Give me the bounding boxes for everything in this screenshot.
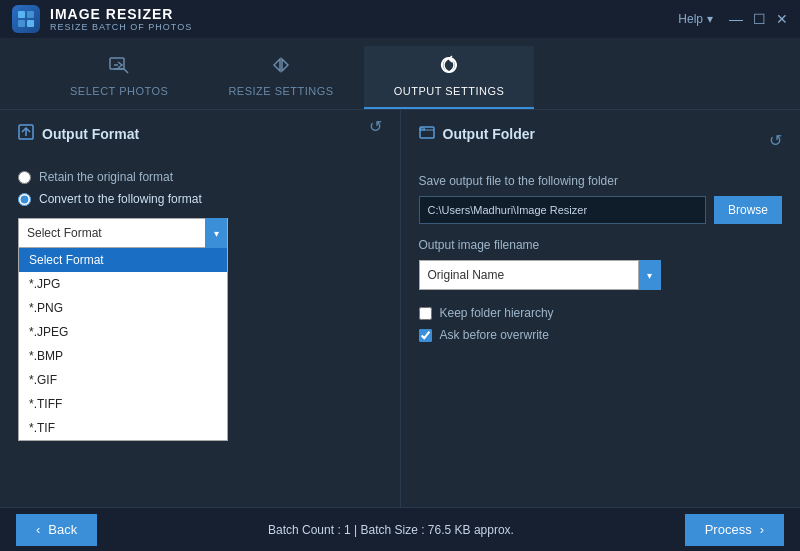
format-option-tif[interactable]: *.TIF xyxy=(19,416,227,440)
footer-info-text: Batch Count : 1 | Batch Size : 76.5 KB a… xyxy=(268,523,514,537)
resize-settings-icon xyxy=(270,54,292,81)
footer-info: Batch Count : 1 | Batch Size : 76.5 KB a… xyxy=(268,523,514,537)
format-radio-group: Retain the original format Convert to th… xyxy=(18,170,382,206)
output-format-header: Output Format xyxy=(18,124,139,144)
keep-hierarchy-checkbox[interactable] xyxy=(419,307,432,320)
tab-resize-settings-label: RESIZE SETTINGS xyxy=(228,85,333,97)
ask-overwrite-label: Ask before overwrite xyxy=(440,328,549,342)
keep-hierarchy-checkbox-label[interactable]: Keep folder hierarchy xyxy=(419,306,783,320)
process-button[interactable]: Process › xyxy=(685,514,784,546)
convert-format-input[interactable] xyxy=(18,193,31,206)
ask-overwrite-checkbox-label[interactable]: Ask before overwrite xyxy=(419,328,783,342)
svg-rect-3 xyxy=(27,20,34,27)
format-option-jpeg[interactable]: *.JPEG xyxy=(19,320,227,344)
retain-format-input[interactable] xyxy=(18,171,31,184)
folder-path-input[interactable] xyxy=(419,196,706,224)
format-option-gif[interactable]: *.GIF xyxy=(19,368,227,392)
select-photos-icon xyxy=(108,54,130,81)
svg-rect-2 xyxy=(18,20,25,27)
title-bar: IMAGE RESIZER RESIZE BATCH OF PHOTOS Hel… xyxy=(0,0,800,38)
filename-select-row: Original Name ▾ xyxy=(419,260,783,290)
format-select-arrow: ▾ xyxy=(205,218,227,248)
filename-label: Output image filename xyxy=(419,238,783,252)
process-arrow-icon: › xyxy=(760,522,764,537)
back-button[interactable]: ‹ Back xyxy=(16,514,97,546)
format-dropdown-list: Select Format *.JPG *.PNG *.JPEG *.BMP *… xyxy=(18,248,228,441)
output-format-reset-button[interactable]: ↺ xyxy=(369,117,382,136)
close-button[interactable]: ✕ xyxy=(776,12,788,26)
output-folder-icon xyxy=(419,124,435,144)
folder-row: Browse xyxy=(419,196,783,224)
retain-format-label: Retain the original format xyxy=(39,170,173,184)
tab-resize-settings[interactable]: RESIZE SETTINGS xyxy=(198,46,363,109)
output-format-icon xyxy=(18,124,34,144)
filename-select[interactable]: Original Name xyxy=(419,260,639,290)
checkbox-group: Keep folder hierarchy Ask before overwri… xyxy=(419,306,783,342)
help-button[interactable]: Help ▾ xyxy=(678,12,713,26)
output-folder-panel: Output Folder ↺ Save output file to the … xyxy=(401,110,801,507)
retain-format-radio[interactable]: Retain the original format xyxy=(18,170,382,184)
convert-format-label: Convert to the following format xyxy=(39,192,202,206)
tab-select-photos[interactable]: SELECT PHOTOS xyxy=(40,46,198,109)
svg-rect-4 xyxy=(110,58,124,69)
format-select-trigger[interactable]: Select Format ▾ xyxy=(18,218,228,248)
app-subtitle: RESIZE BATCH OF PHOTOS xyxy=(50,22,192,32)
svg-rect-0 xyxy=(18,11,25,18)
output-folder-header-row: Output Folder ↺ xyxy=(419,124,783,158)
tab-bar: SELECT PHOTOS RESIZE SETTINGS OUTPUT SET… xyxy=(0,38,800,110)
main-content: Output Format ↺ Retain the original form… xyxy=(0,110,800,507)
browse-button[interactable]: Browse xyxy=(714,196,782,224)
folder-path-label: Save output file to the following folder xyxy=(419,174,783,188)
process-button-label: Process xyxy=(705,522,752,537)
output-folder-header: Output Folder xyxy=(419,124,536,144)
title-bar-right: Help ▾ — ☐ ✕ xyxy=(678,12,788,26)
format-select-value: Select Format xyxy=(27,226,102,240)
ask-overwrite-checkbox[interactable] xyxy=(419,329,432,342)
output-folder-title: Output Folder xyxy=(443,126,536,142)
app-name: IMAGE RESIZER xyxy=(50,6,192,22)
format-option-select[interactable]: Select Format xyxy=(19,248,227,272)
tab-output-settings[interactable]: OUTPUT SETTINGS xyxy=(364,46,535,109)
minimize-button[interactable]: — xyxy=(729,12,743,26)
svg-rect-6 xyxy=(420,127,434,138)
tab-select-photos-label: SELECT PHOTOS xyxy=(70,85,168,97)
convert-format-radio[interactable]: Convert to the following format xyxy=(18,192,382,206)
app-title-text: IMAGE RESIZER RESIZE BATCH OF PHOTOS xyxy=(50,6,192,32)
app-icon xyxy=(12,5,40,33)
format-option-bmp[interactable]: *.BMP xyxy=(19,344,227,368)
title-bar-left: IMAGE RESIZER RESIZE BATCH OF PHOTOS xyxy=(12,5,192,33)
maximize-button[interactable]: ☐ xyxy=(753,12,766,26)
filename-select-value: Original Name xyxy=(428,268,505,282)
output-settings-icon xyxy=(438,54,460,81)
back-arrow-icon: ‹ xyxy=(36,522,40,537)
format-option-tiff[interactable]: *.TIFF xyxy=(19,392,227,416)
footer: ‹ Back Batch Count : 1 | Batch Size : 76… xyxy=(0,507,800,551)
output-folder-reset-button[interactable]: ↺ xyxy=(769,131,782,150)
svg-rect-1 xyxy=(27,11,34,18)
keep-hierarchy-label: Keep folder hierarchy xyxy=(440,306,554,320)
output-format-header-row: Output Format ↺ xyxy=(18,124,382,158)
format-option-jpg[interactable]: *.JPG xyxy=(19,272,227,296)
output-format-title: Output Format xyxy=(42,126,139,142)
back-button-label: Back xyxy=(48,522,77,537)
tab-output-settings-label: OUTPUT SETTINGS xyxy=(394,85,505,97)
output-format-panel: Output Format ↺ Retain the original form… xyxy=(0,110,401,507)
right-panel-content: Save output file to the following folder… xyxy=(419,170,783,342)
format-option-png[interactable]: *.PNG xyxy=(19,296,227,320)
filename-select-arrow: ▾ xyxy=(639,260,661,290)
window-controls: — ☐ ✕ xyxy=(729,12,788,26)
